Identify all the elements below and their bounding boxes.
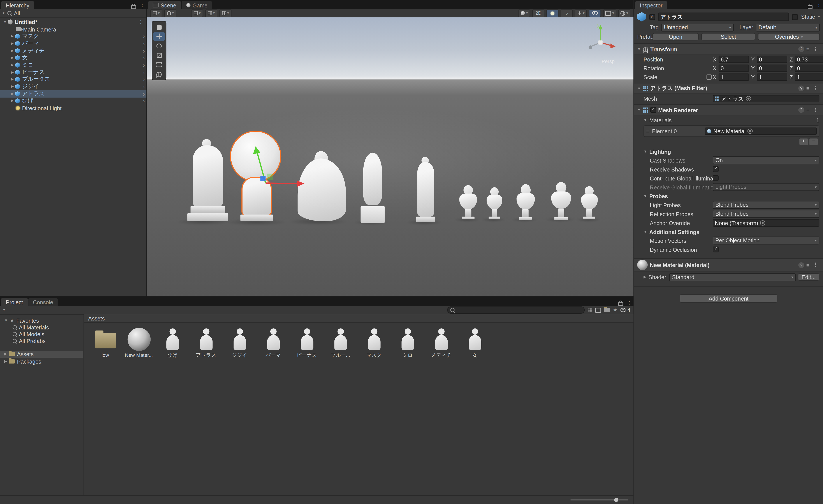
camera-settings-dropdown[interactable]: ▾ bbox=[603, 9, 616, 17]
move-tool[interactable] bbox=[153, 32, 165, 41]
prefab-chevron-icon[interactable]: › bbox=[143, 76, 145, 83]
create-asset-dropdown-icon[interactable]: ▾ bbox=[3, 308, 5, 312]
component-menu-icon[interactable]: ⋮ bbox=[811, 262, 820, 268]
hierarchy-item-milo[interactable]: ▶ ミロ › bbox=[0, 61, 146, 69]
help-icon[interactable]: ? bbox=[799, 107, 804, 113]
project-search-input[interactable] bbox=[457, 307, 582, 313]
search-by-label-icon[interactable] bbox=[604, 308, 610, 312]
help-icon[interactable]: ? bbox=[799, 46, 804, 52]
component-menu-icon[interactable]: ⋮ bbox=[811, 107, 820, 112]
prefab-chevron-icon[interactable]: › bbox=[143, 40, 145, 47]
rotate-tool[interactable] bbox=[153, 41, 165, 50]
effects-dropdown[interactable]: ▾ bbox=[575, 9, 587, 17]
transform-tool[interactable] bbox=[153, 70, 165, 79]
hierarchy-item-jijii[interactable]: ▶ ジジイ › bbox=[0, 83, 146, 90]
asset-model-venus[interactable]: ビーナス bbox=[292, 327, 322, 359]
motion-vectors-dropdown[interactable]: Per Object Motion▾ bbox=[713, 236, 819, 244]
contribute-gi-checkbox[interactable] bbox=[713, 175, 718, 181]
asset-new-material[interactable]: New Mater... bbox=[124, 327, 154, 359]
favorite-all-materials[interactable]: All Materials bbox=[0, 324, 83, 331]
rotation-x-field[interactable]: 0 bbox=[718, 64, 749, 72]
move-snap-dropdown[interactable]: ▾ bbox=[191, 9, 203, 17]
materials-row[interactable]: ▼ Materials 1 bbox=[634, 115, 823, 124]
hierarchy-item-perm[interactable]: ▶ パーマ › bbox=[0, 40, 146, 47]
foldout-icon[interactable]: ▼ bbox=[2, 20, 8, 24]
asset-model-mask[interactable]: マスク bbox=[359, 327, 389, 359]
inspector-menu-icon[interactable]: ⋮ bbox=[815, 4, 823, 9]
reflection-probes-dropdown[interactable]: Blend Probes▾ bbox=[713, 210, 819, 218]
foldout-icon[interactable]: ▶ bbox=[9, 34, 15, 38]
layer-dropdown[interactable]: Default▾ bbox=[756, 23, 820, 31]
lighting-toggle[interactable] bbox=[546, 9, 558, 17]
element0-material-field[interactable]: New Material bbox=[705, 128, 817, 135]
tab-inspector[interactable]: Inspector bbox=[635, 1, 667, 9]
favorite-all-prefabs[interactable]: All Prefabs bbox=[0, 337, 83, 344]
project-search-field[interactable] bbox=[447, 306, 585, 314]
scene-visibility-toggle[interactable] bbox=[589, 9, 601, 17]
tag-dropdown[interactable]: Untagged▾ bbox=[661, 23, 733, 31]
draw-mode-dropdown[interactable]: ▾ bbox=[518, 9, 530, 17]
light-probes-dropdown[interactable]: Blend Probes▾ bbox=[713, 201, 819, 209]
hierarchy-item-hige[interactable]: ▶ ひげ › bbox=[0, 97, 146, 104]
prefab-chevron-icon[interactable]: › bbox=[143, 62, 145, 68]
foldout-icon[interactable]: ▶ bbox=[9, 92, 15, 96]
search-by-import-icon[interactable] bbox=[595, 307, 601, 312]
asset-model-milo[interactable]: ミロ bbox=[393, 327, 423, 359]
statue-standing-figure[interactable] bbox=[412, 157, 439, 224]
mesh-filter-header[interactable]: ▼ アトラス (Mesh Filter) ? ≡ ⋮ bbox=[634, 83, 823, 94]
statue-torso[interactable] bbox=[360, 153, 386, 224]
shader-edit-button[interactable]: Edit... bbox=[798, 273, 819, 281]
hierarchy-item-directional-light[interactable]: Directional Light bbox=[0, 104, 146, 112]
move-gizmo[interactable] bbox=[244, 141, 313, 194]
create-dropdown-icon[interactable]: ▾ bbox=[3, 11, 4, 15]
mesh-object-field[interactable]: アトラス bbox=[713, 95, 819, 102]
foldout-icon[interactable]: ▶ bbox=[9, 63, 15, 67]
scale-z-field[interactable]: 1 bbox=[795, 73, 823, 81]
scene-viewport[interactable]: y Persp bbox=[147, 17, 633, 296]
asset-model-atlas[interactable]: アトラス bbox=[191, 327, 221, 359]
favorite-all-models[interactable]: All Models bbox=[0, 331, 83, 338]
rect-tool[interactable] bbox=[153, 60, 165, 69]
asset-model-jijii[interactable]: ジジイ bbox=[224, 327, 255, 359]
position-y-field[interactable]: 0 bbox=[757, 55, 787, 63]
position-x-field[interactable]: 6.7 bbox=[718, 55, 749, 63]
mesh-renderer-enabled-checkbox[interactable] bbox=[650, 107, 656, 113]
rotate-snap-dropdown[interactable]: ▾ bbox=[205, 9, 217, 17]
probes-foldout[interactable]: ▼Probes bbox=[634, 191, 823, 200]
hierarchy-item-brutus[interactable]: ▶ ブルータス › bbox=[0, 76, 146, 83]
scale-y-field[interactable]: 1 bbox=[757, 73, 787, 81]
asset-model-hige[interactable]: ひげ bbox=[157, 327, 187, 359]
folder-assets[interactable]: ▶ Assets bbox=[0, 351, 83, 358]
thumbnail-size-slider[interactable] bbox=[570, 499, 628, 501]
search-by-type-icon[interactable] bbox=[588, 308, 592, 312]
anchor-override-field[interactable]: None (Transform) bbox=[713, 219, 819, 226]
project-lock-icon[interactable] bbox=[618, 302, 623, 306]
add-component-button[interactable]: Add Component bbox=[680, 294, 777, 302]
bust-4[interactable] bbox=[549, 182, 573, 221]
position-z-field[interactable]: 0.73 bbox=[795, 55, 823, 63]
object-name-field[interactable]: アトラス bbox=[658, 13, 789, 21]
help-icon[interactable]: ? bbox=[799, 85, 804, 91]
rotation-y-field[interactable]: 0 bbox=[757, 64, 787, 72]
component-menu-icon[interactable]: ⋮ bbox=[811, 46, 820, 52]
asset-model-woman[interactable]: 女 bbox=[460, 327, 490, 359]
remove-material-button[interactable]: − bbox=[809, 138, 818, 146]
statue-draped-figure[interactable] bbox=[186, 139, 231, 224]
active-checkbox[interactable] bbox=[649, 14, 655, 20]
folder-packages[interactable]: ▶ Packages bbox=[0, 358, 83, 365]
2d-toggle[interactable]: 2D bbox=[532, 9, 544, 17]
static-checkbox[interactable] bbox=[792, 14, 798, 20]
hierarchy-item-venus[interactable]: ▶ ビーナス › bbox=[0, 69, 146, 76]
materials-count[interactable]: 1 bbox=[816, 117, 819, 123]
asset-model-medici[interactable]: メディチ bbox=[426, 327, 456, 359]
additional-settings-foldout[interactable]: ▼Additional Settings bbox=[634, 227, 823, 236]
slider-knob[interactable] bbox=[614, 498, 618, 502]
presets-icon[interactable]: ≡ bbox=[806, 107, 809, 113]
tab-console[interactable]: Console bbox=[28, 298, 58, 306]
hierarchy-scene-root[interactable]: ▼ Untitled* ⋮ bbox=[0, 18, 146, 26]
hierarchy-item-medici[interactable]: ▶ メディチ › bbox=[0, 47, 146, 54]
presets-icon[interactable]: ≡ bbox=[806, 46, 809, 52]
receive-shadows-checkbox[interactable] bbox=[713, 166, 718, 172]
object-picker-icon[interactable] bbox=[746, 96, 751, 101]
presets-icon[interactable]: ≡ bbox=[806, 262, 809, 268]
